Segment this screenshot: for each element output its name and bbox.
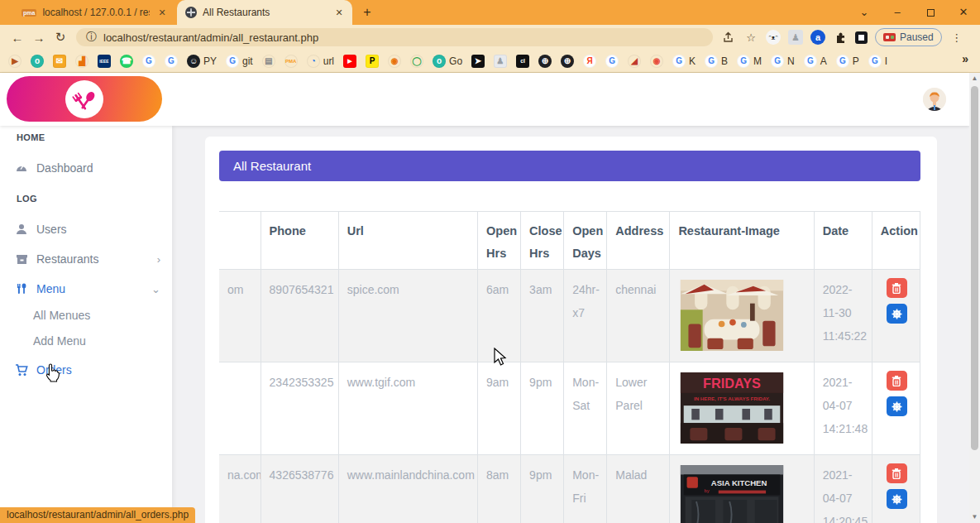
delete-button[interactable] xyxy=(887,371,907,391)
bookmark-item[interactable]: ◢ xyxy=(628,55,641,68)
sidebar-item-restaurants[interactable]: Restaurants › xyxy=(0,247,172,271)
extensions-puzzle-icon[interactable] xyxy=(833,30,848,45)
sidebar-item-users[interactable]: Users xyxy=(0,217,172,242)
delete-button[interactable] xyxy=(887,278,907,298)
bookmark-item[interactable]: Ggit xyxy=(226,55,253,68)
url-text: localhost/restaurant/admin/all_restauran… xyxy=(103,31,318,44)
tab-all-restaurants[interactable]: All Restaurants ✕ xyxy=(177,0,352,25)
maximize-button[interactable] xyxy=(916,0,944,25)
sidebar-item-menu[interactable]: Menu ⌄ xyxy=(0,276,172,301)
settings-button[interactable] xyxy=(887,304,907,324)
bookmark-item[interactable]: G xyxy=(605,55,619,68)
bookmark-label: P xyxy=(853,55,859,67)
user-avatar[interactable] xyxy=(923,88,946,111)
settings-button[interactable] xyxy=(887,489,907,509)
bookmark-icon: ◔ xyxy=(307,55,320,68)
restaurant-logo[interactable] xyxy=(7,76,162,122)
bookmark-item[interactable]: ▤ xyxy=(262,55,275,68)
bookmark-item[interactable]: PMA xyxy=(284,55,298,68)
bookmark-item[interactable]: GN xyxy=(771,55,795,68)
bookmark-item[interactable]: ◉ xyxy=(650,55,663,68)
bookmark-item[interactable]: Я xyxy=(583,55,596,68)
content-card: All Restaurant Phone Url Open Hrs Close … xyxy=(205,137,937,523)
bookmark-item[interactable]: GP xyxy=(836,55,859,68)
status-link-tooltip: localhost/restaurant/admin/all_orders.ph… xyxy=(0,507,195,523)
share-icon[interactable] xyxy=(721,30,736,45)
table-row: om 8907654321 spice.com 6am 3am 24hr-x7 … xyxy=(219,270,920,362)
page-scrollbar[interactable]: ▲ ▼ xyxy=(969,73,980,523)
bookmark-item[interactable]: ⊕ xyxy=(538,55,552,68)
tab-close-icon[interactable]: ✕ xyxy=(332,6,346,19)
reload-button[interactable]: ↻ xyxy=(50,30,71,45)
address-bar[interactable]: ⓘ localhost/restaurant/admin/all_restaur… xyxy=(76,28,713,46)
chevron-down-icon: ⌄ xyxy=(151,283,160,295)
bookmark-item[interactable]: ☎ xyxy=(120,55,133,68)
back-button[interactable]: ← xyxy=(7,31,28,45)
bookmark-item[interactable]: P xyxy=(366,55,379,68)
panda-extension-icon[interactable]: ᵔᴥᵔ xyxy=(766,30,781,45)
bookmark-item[interactable]: GI xyxy=(868,55,887,68)
bookmark-item[interactable]: ▶ xyxy=(8,55,22,68)
bookmark-item[interactable]: o xyxy=(31,55,44,68)
bookmark-item[interactable]: ✉ xyxy=(53,55,66,68)
scrollbar-thumb[interactable] xyxy=(971,86,978,450)
paused-extension-button[interactable]: Paused xyxy=(875,28,942,46)
tab-close-icon[interactable]: ✕ xyxy=(155,6,169,19)
forward-button[interactable]: → xyxy=(28,31,50,45)
bookmark-item[interactable]: IEEE xyxy=(98,55,111,68)
bookmarks-overflow-icon[interactable]: » xyxy=(962,52,968,65)
avatar-icon xyxy=(923,88,946,111)
cell-action xyxy=(872,362,920,455)
bookmark-label: url xyxy=(323,55,334,67)
bookmark-item[interactable]: ➤ xyxy=(471,55,485,68)
site-info-icon[interactable]: ⓘ xyxy=(86,30,97,45)
maximize-icon xyxy=(927,9,935,17)
bookmark-star-icon[interactable]: ☆ xyxy=(743,30,758,45)
scroll-up-icon[interactable]: ▲ xyxy=(969,73,980,84)
sidebar-item-add-menu[interactable]: Add Menu xyxy=(0,329,172,353)
site-header xyxy=(0,73,969,126)
bookmark-item[interactable]: ◯ xyxy=(410,55,423,68)
person-extension-icon[interactable]: ♟ xyxy=(788,30,803,45)
bookmark-icon: G xyxy=(737,55,750,68)
bookmark-item[interactable]: cl xyxy=(516,55,529,68)
bookmark-item[interactable]: ▟ xyxy=(75,55,88,68)
globe-favicon-icon xyxy=(185,7,197,18)
scroll-down-icon[interactable]: ▼ xyxy=(969,511,980,523)
bookmark-item[interactable]: ♟ xyxy=(494,55,507,68)
bookmark-item[interactable]: GM xyxy=(737,55,762,68)
tab-search-icon[interactable]: ⌄ xyxy=(850,0,878,25)
bookmark-item[interactable]: ⊕ xyxy=(561,55,574,68)
logo-circle xyxy=(65,80,103,118)
tab-phpmyadmin[interactable]: pma localhost / 127.0.0.1 / rest / admi … xyxy=(13,0,175,25)
bookmark-item[interactable]: GB xyxy=(705,55,728,68)
cell-address: Malad xyxy=(607,455,670,523)
bookmark-item[interactable]: G xyxy=(165,55,178,68)
sidebar-item-orders[interactable]: Orders xyxy=(0,357,172,382)
sidebar-item-label: Dashboard xyxy=(36,161,93,175)
bookmark-item[interactable]: ▶ xyxy=(343,55,356,68)
profile-avatar-icon[interactable] xyxy=(855,31,868,44)
bookmark-item[interactable]: oGo xyxy=(433,55,462,68)
sidebar-item-label: All Menues xyxy=(33,309,90,322)
cell-open: 9am xyxy=(478,362,521,455)
sidebar-section-log: LOG xyxy=(17,194,37,204)
minimize-button[interactable]: – xyxy=(883,0,911,25)
bookmark-item[interactable]: GA xyxy=(804,55,827,68)
col-email-fragment xyxy=(219,212,261,270)
bookmark-item[interactable]: G xyxy=(142,55,155,68)
sidebar-item-dashboard[interactable]: Dashboard xyxy=(0,156,172,180)
menu-kebab-icon[interactable]: ⋮ xyxy=(949,30,964,45)
settings-button[interactable] xyxy=(887,396,907,416)
trash-icon xyxy=(892,283,901,294)
delete-button[interactable] xyxy=(887,463,907,483)
col-close-hrs: Close Hrs xyxy=(521,212,564,270)
bookmark-item[interactable]: ☺PY xyxy=(187,55,217,68)
sidebar-item-all-menues[interactable]: All Menues xyxy=(0,303,172,328)
new-tab-button[interactable]: + xyxy=(357,2,377,22)
close-window-button[interactable]: ✕ xyxy=(949,0,978,25)
a-extension-icon[interactable]: a xyxy=(810,30,825,45)
bookmark-item[interactable]: ◉ xyxy=(388,55,401,68)
bookmark-item[interactable]: GK xyxy=(672,55,696,68)
bookmark-item[interactable]: ◔url xyxy=(307,55,334,68)
